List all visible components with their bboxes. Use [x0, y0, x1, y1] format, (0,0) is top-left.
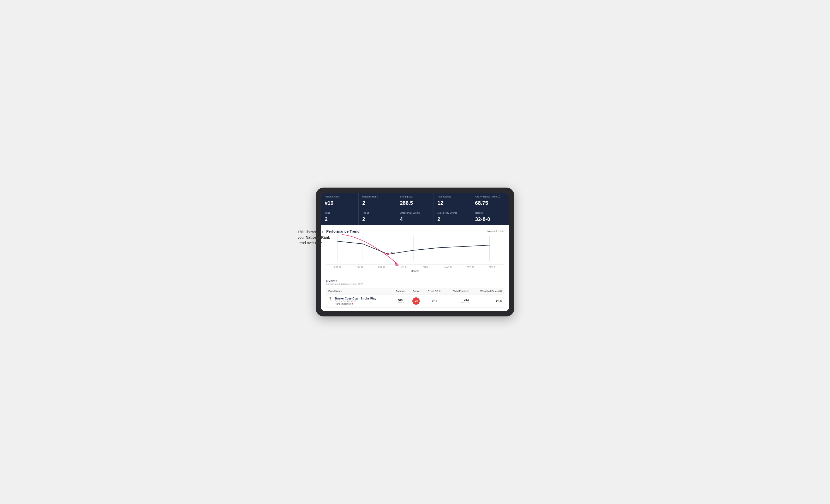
rank-impact: Rank Impact: 3 ▼: [335, 303, 376, 305]
stat-top3s: Top 3s 2: [359, 209, 396, 225]
tablet-device: National Rank #10 Regional Rank 2 Scorin…: [316, 188, 514, 316]
stat-total-rounds: Total Rounds 12: [434, 193, 471, 209]
th-event-name: Event Name: [326, 288, 392, 295]
th-weighted-points: Weighted Points ⓘ: [471, 288, 504, 295]
score-badge: -22: [412, 297, 420, 305]
stat-wins: Wins 2: [321, 209, 359, 225]
stat-scoring-avg: Scoring Avg. 286.5: [396, 193, 434, 209]
stats-grid-row2: Wins 2 Top 3s 2 Stroke Play Events 4 Mat…: [321, 209, 509, 225]
tablet-screen: National Rank #10 Regional Rank 2 Scorin…: [321, 193, 509, 311]
stats-grid-row1: National Rank #10 Regional Rank 2 Scorin…: [321, 193, 509, 209]
tooltip-text3: trend over time: [297, 241, 322, 245]
x-label-nov23: NOV 23: [348, 266, 371, 268]
score-cell: -22: [409, 295, 424, 307]
x-label-feb24: FEB 24: [415, 266, 437, 268]
events-table: Event Name Position Score Event SG ⓘ Tot…: [326, 288, 504, 308]
tooltip-text1: This shows you: [297, 230, 323, 234]
th-score: Score: [409, 288, 424, 295]
event-date: Oct 9 - Oct 10, 2023: [335, 300, 376, 303]
x-label-apr24: APR 24: [459, 266, 482, 268]
tooltip-text2: your: [297, 235, 306, 239]
x-label-oct23: OCT 23: [326, 266, 348, 268]
events-title: Events: [326, 279, 504, 283]
th-event-sg: Event SG ⓘ: [423, 288, 446, 295]
event-name: Buster Cozy Cup - Stroke Play: [335, 297, 376, 300]
events-last-updated: Last updated: 24th November 2023: [326, 283, 504, 285]
chart-x-labels: OCT 23 NOV 23 DEC 23 JAN 24 FEB 24 MAR 2…: [326, 265, 504, 269]
stat-national-rank: National Rank #10: [321, 193, 359, 209]
stat-match-play: Match Play Events 2: [434, 209, 471, 225]
position-cell: 6th out of 7: [392, 295, 409, 307]
svg-text:#10: #10: [391, 251, 395, 254]
chart-x-axis-label: Months: [326, 270, 504, 273]
chart-legend: National Rank: [487, 230, 504, 233]
stat-stroke-play: Stroke Play Events 4: [396, 209, 434, 225]
x-label-may24: MAY 24: [482, 266, 504, 268]
x-label-mar24: MAR 24: [437, 266, 459, 268]
events-section: Events Last updated: 24th November 2023 …: [321, 275, 509, 311]
event-sg-cell: 0.45: [423, 295, 446, 307]
stat-record: Record 32-8-0: [471, 209, 509, 225]
outer-wrapper: This shows you your National Rank trend …: [297, 188, 533, 316]
th-total-points: Total Points ⓘ: [446, 288, 472, 295]
th-position: Position: [392, 288, 409, 295]
chart-section: Performance Trend National Rank: [321, 225, 509, 275]
svg-point-9: [387, 253, 389, 256]
stat-avg-weighted: Avg. Weighted Points ⓘ 68.75: [471, 193, 509, 209]
chart-container: #10: [326, 236, 504, 265]
weighted-points-cell: 28.3: [471, 295, 504, 307]
rank-down-icon: ▼: [351, 303, 354, 305]
stat-regional-rank: Regional Rank 2: [359, 193, 396, 209]
x-label-dec23: DEC 23: [371, 266, 393, 268]
x-label-jan24: JAN 24: [393, 266, 415, 268]
event-golf-icon: 🏌: [328, 297, 333, 301]
chart-header: Performance Trend National Rank: [326, 229, 504, 233]
event-info-cell: 🏌 Buster Cozy Cup - Stroke Play Oct 9 - …: [326, 295, 392, 307]
events-table-header-row: Event Name Position Score Event SG ⓘ Tot…: [326, 288, 504, 295]
chart-svg: #10: [326, 236, 504, 265]
total-points-cell: 28.3 3 Rounds: [446, 295, 472, 307]
table-row: 🏌 Buster Cozy Cup - Stroke Play Oct 9 - …: [326, 295, 504, 307]
